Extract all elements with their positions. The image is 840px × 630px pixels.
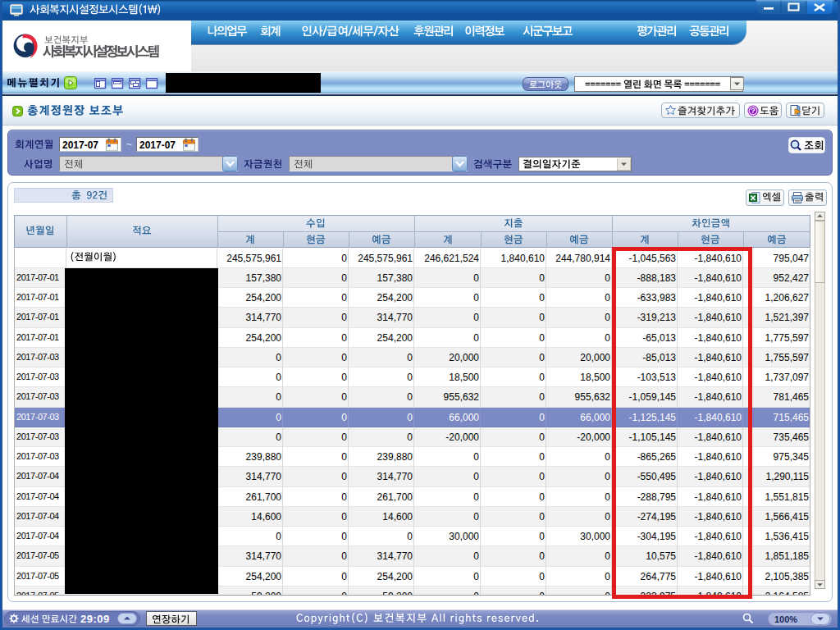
svg-text:?: ? (751, 106, 756, 115)
